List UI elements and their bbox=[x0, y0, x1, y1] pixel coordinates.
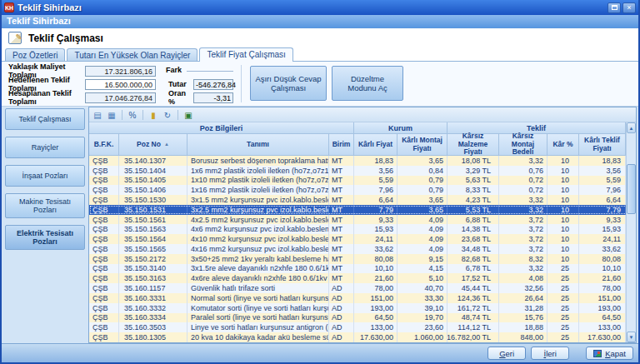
table-row[interactable]: ÇŞB35.150.14051x10 mm2 plastik izoleli i… bbox=[89, 176, 636, 186]
col-karsiz-malzeme-fiyati[interactable]: Kârsız Malzeme Fiyatı bbox=[448, 134, 499, 156]
cell-karsiz-malzeme: 16.782,00 TL bbox=[448, 332, 499, 342]
col-bfk[interactable]: B.F.K. bbox=[89, 134, 119, 156]
cell-tanimi: 3x1.5 mm2 kurşunsuz pvc izol.kablo.besle… bbox=[188, 195, 329, 205]
percent-icon[interactable]: % bbox=[127, 109, 138, 121]
col-karli-fiyat[interactable]: Kârlı Fiyat bbox=[354, 134, 398, 156]
recalculate-icon[interactable]: ↻ bbox=[162, 109, 173, 121]
grid-select-icon[interactable]: ▦ bbox=[106, 109, 118, 121]
table-row[interactable]: ÇŞB35.160.1157Güvenlik hatlı trifaze sor… bbox=[89, 283, 636, 293]
table-row[interactable]: ÇŞB35.160.3331Normal sorti (linye ve sor… bbox=[89, 293, 636, 303]
cell-karsiz-montaj: 0,72 bbox=[499, 176, 548, 186]
cell-karli-montaj: 4,09 bbox=[398, 224, 448, 234]
cell-karli-fiyat: 18,83 bbox=[354, 156, 398, 166]
table-row[interactable]: ÇŞB35.150.14041x6 mm2 plastik izoleli il… bbox=[89, 166, 636, 176]
table-row[interactable]: ÇŞB35.150.31403x1.5re aleve dayanıklı n2… bbox=[89, 264, 636, 274]
col-karli-montaj-fiyati[interactable]: Kârlı Montaj Fiyatı bbox=[398, 134, 448, 156]
cell-birim: MT bbox=[329, 254, 354, 264]
table-row[interactable]: ÇŞB35.150.15644x10 mm2 kurşunsuz pvc izo… bbox=[89, 234, 636, 244]
cell-tanimi: Güvenlik hatlı trifaze sorti bbox=[188, 283, 329, 293]
table-row[interactable]: ÇŞB35.160.3503Linye ve sorti hatları kur… bbox=[89, 322, 636, 332]
hedeflenen-teklif-field[interactable]: 16.500.000,00 bbox=[85, 79, 156, 90]
fark-tutar-field[interactable]: -546.276,84 bbox=[193, 79, 233, 90]
table-row[interactable]: ÇŞB35.140.1307Borusuz serbest döşenen to… bbox=[89, 156, 636, 166]
cell-tanimi: 4x10 mm2 kurşunsuz pvc izol.kablo.beslem… bbox=[188, 234, 329, 244]
cell-karli-fiyat: 17.630,00 bbox=[354, 332, 398, 342]
cell-karli-montaj: 0,79 bbox=[398, 185, 448, 195]
sidebar-item-teklif-calismasi[interactable]: Teklif Çalışması bbox=[5, 108, 85, 130]
col-tanimi[interactable]: Tanımı bbox=[188, 134, 329, 156]
cell-tanimi: Linye ve sorti hatları kurşunsuz antigro… bbox=[188, 322, 329, 332]
cell-kar-yuzde: 10 bbox=[548, 205, 579, 215]
kapat-button[interactable]: Kapat bbox=[586, 347, 633, 360]
toolbar-separator bbox=[122, 110, 122, 120]
excel-export-icon[interactable]: ▣ bbox=[182, 109, 194, 121]
tab-poz-ozetleri[interactable]: Poz Özetleri bbox=[5, 48, 65, 61]
table-row[interactable]: ÇŞB35.160.3332Komutator sorti (linye ve … bbox=[89, 303, 636, 313]
col-karsiz-montaj-bedeli[interactable]: Kârsız Montaj Bedeli bbox=[499, 134, 548, 156]
cell-kar-yuzde: 25 bbox=[548, 332, 579, 342]
cell-bfk: ÇŞB bbox=[89, 176, 119, 186]
col-birim[interactable]: Birim bbox=[329, 134, 354, 156]
sidebar-item-elektrik-tesisati-pozlari[interactable]: Elektrik Tesisatı Pozları bbox=[5, 225, 85, 250]
table-row[interactable]: ÇŞB35.150.15634x6 mm2 kurşunsuz pvc izol… bbox=[89, 224, 636, 234]
duzeltme-modunu-ac-button[interactable]: Düzeltme Modunu Aç bbox=[332, 66, 403, 101]
cell-poz-no: 35.150.1406 bbox=[119, 185, 188, 195]
restore-icon bbox=[612, 5, 618, 10]
cell-karli-fiyat: 7,79 bbox=[354, 205, 398, 215]
table-row[interactable]: ÇŞB35.150.15654x16 mm2 kurşunsuz pvc izo… bbox=[89, 244, 636, 254]
col-poz-no[interactable]: Poz No▲ bbox=[119, 134, 188, 156]
table-row[interactable]: ÇŞB35.160.3334Paralel sorti (linye ve so… bbox=[89, 313, 636, 323]
cell-karsiz-malzeme: 82,68 TL bbox=[448, 254, 499, 264]
cell-birim: MT bbox=[329, 195, 354, 205]
tab-tutari-en-yuksek-olan-rayicler[interactable]: Tutarı En Yüksek Olan Rayiçler bbox=[67, 48, 198, 61]
cell-karli-montaj: 33,30 bbox=[398, 293, 448, 303]
ileri-button[interactable]: İleri bbox=[531, 347, 569, 360]
vertical-scrollbar[interactable]: ▲ ▼ bbox=[626, 122, 636, 342]
sidebar-item-insaat-pozlari[interactable]: İnşaat Pozları bbox=[5, 165, 85, 187]
cell-karli-fiyat: 15,93 bbox=[354, 224, 398, 234]
cell-karli-teklif: 6,64 bbox=[579, 195, 626, 205]
wizard-title-bar: Teklif Sihirbazı bbox=[2, 15, 638, 28]
tab-teklif-fiyat-calismasi[interactable]: Teklif Fiyat Çalışması bbox=[199, 47, 292, 62]
cell-karli-montaj: 3,65 bbox=[398, 156, 448, 166]
asiri-dusuk-cevap-button[interactable]: Aşırı Düşük Cevap Çalışması bbox=[250, 66, 327, 101]
cell-karli-teklif: 33,62 bbox=[579, 244, 626, 254]
table-row[interactable]: ÇŞB35.150.15303x1.5 mm2 kurşunsuz pvc iz… bbox=[89, 195, 636, 205]
page-title: Teklif Çalışması bbox=[28, 32, 103, 44]
hesaplanan-teklif-field[interactable]: 17.046.276,84 bbox=[85, 92, 156, 103]
table-row[interactable]: ÇŞB35.150.15614x2.5 mm2 kurşunsuz pvc iz… bbox=[89, 215, 636, 225]
table-row[interactable]: ÇŞB35.150.14061x16 mm2 plastik izoleli i… bbox=[89, 185, 636, 195]
cell-karsiz-montaj: 3,32 bbox=[499, 195, 548, 205]
table-row[interactable]: ÇŞB35.150.31634x6re aleve dayanıklı n2xh… bbox=[89, 273, 636, 283]
cell-tanimi: 1x10 mm2 plastik izoleli iletken (ho7z,o… bbox=[188, 176, 329, 186]
col-kar-yuzde[interactable]: Kâr % bbox=[548, 134, 579, 156]
cell-karsiz-montaj: 31,28 bbox=[499, 303, 548, 313]
window-title: Teklif Sihirbazı bbox=[18, 2, 608, 12]
cell-bfk: ÇŞB bbox=[89, 195, 119, 205]
col-karli-teklif-fiyati[interactable]: Kârlı Teklif Fiyatı bbox=[579, 134, 626, 156]
cell-bfk: ÇŞB bbox=[89, 332, 119, 342]
sidebar-item-rayicler[interactable]: Rayiçler bbox=[5, 137, 85, 158]
table-row[interactable]: ÇŞB35.150.21723x50+25 mm2 1kv yeraltı ka… bbox=[89, 254, 636, 264]
sidebar-item-makine-tesisati-pozlari[interactable]: Makine Tesisatı Pozları bbox=[5, 193, 85, 218]
cell-bfk: ÇŞB bbox=[89, 234, 119, 244]
restore-button[interactable] bbox=[608, 2, 621, 13]
cell-karli-teklif: 7,96 bbox=[579, 185, 626, 195]
yaklasik-maliyet-field[interactable]: 17.321.806,16 bbox=[85, 66, 156, 77]
rates-book-icon[interactable]: ▮ bbox=[148, 109, 159, 121]
table-row[interactable]: ÇŞB35.180.130520 kva 10 dakikaya kadar a… bbox=[89, 332, 636, 342]
cell-karli-teklif: 3,56 bbox=[579, 166, 626, 176]
scroll-down-icon[interactable]: ▼ bbox=[627, 332, 636, 342]
cell-poz-no: 35.150.1563 bbox=[119, 224, 188, 234]
table-row[interactable]: ÇŞB35.150.15313x2.5 mm2 kurşunsuz pvc iz… bbox=[89, 205, 636, 215]
fark-oran-field[interactable]: -3,31 bbox=[193, 92, 233, 103]
cell-karli-montaj: 3,65 bbox=[398, 195, 448, 205]
cell-poz-no: 35.150.1565 bbox=[119, 244, 188, 254]
geri-button[interactable]: Geri bbox=[488, 347, 526, 360]
close-button[interactable]: × bbox=[622, 2, 636, 13]
print-preview-icon[interactable]: ▤ bbox=[92, 109, 103, 121]
scroll-up-icon[interactable]: ▲ bbox=[627, 122, 636, 133]
cell-bfk: ÇŞB bbox=[89, 264, 119, 274]
cell-karsiz-montaj: 0,76 bbox=[499, 166, 548, 176]
scrollbar-thumb[interactable] bbox=[627, 164, 636, 214]
